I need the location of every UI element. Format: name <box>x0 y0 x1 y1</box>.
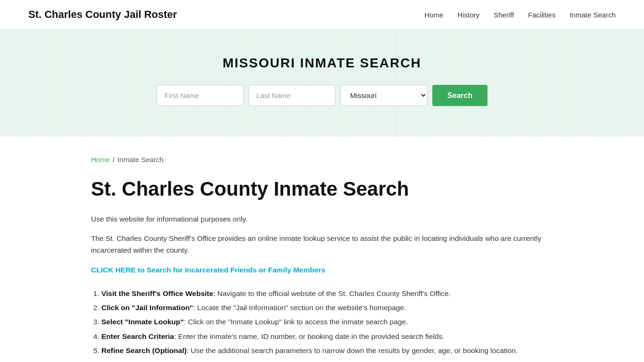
main-nav: HomeHistorySheriffFacilitiesInmate Searc… <box>424 11 616 19</box>
click-here-link[interactable]: CLICK HERE to Search for Incarcerated Fr… <box>91 266 325 274</box>
breadcrumb-separator: / <box>113 156 115 164</box>
step-item-2: Click on "Jail Information": Locate the … <box>101 302 553 314</box>
nav-item-history[interactable]: History <box>457 11 479 19</box>
breadcrumb-current: Inmate Search <box>117 156 164 164</box>
nav-item-sheriff[interactable]: Sheriff <box>494 11 514 19</box>
breadcrumb-home[interactable]: Home <box>91 156 110 164</box>
nav-item-facilities[interactable]: Facilities <box>528 11 555 19</box>
step-item-4: Enter Search Criteria: Enter the inmate'… <box>101 330 553 343</box>
nav-item-home[interactable]: Home <box>424 11 443 19</box>
step-item-1: Visit the Sheriff's Office Website: Navi… <box>101 288 553 300</box>
step-item-5: Refine Search (Optional): Use the additi… <box>101 345 553 357</box>
first-name-input[interactable] <box>157 85 244 106</box>
search-form: MissouriAlabamaAlaskaArizonaArkansasCali… <box>9 85 635 106</box>
search-button[interactable]: Search <box>432 85 487 106</box>
site-header: St. Charles County Jail Roster HomeHisto… <box>0 0 644 30</box>
step-item-3: Select "Inmate Lookup": Click on the "In… <box>101 316 553 328</box>
site-logo[interactable]: St. Charles County Jail Roster <box>28 8 177 21</box>
steps-list: Visit the Sheriff's Office Website: Navi… <box>91 288 553 357</box>
main-content: Home / Inmate Search St. Charles County … <box>63 137 581 362</box>
last-name-input[interactable] <box>248 85 336 106</box>
page-title: St. Charles County Inmate Search <box>91 178 553 200</box>
hero-banner: MISSOURI INMATE SEARCH MissouriAlabamaAl… <box>0 30 644 137</box>
hero-title: MISSOURI INMATE SEARCH <box>9 56 635 71</box>
state-select[interactable]: MissouriAlabamaAlaskaArizonaArkansasCali… <box>340 85 428 106</box>
intro-paragraph-1: Use this website for informational purpo… <box>91 214 553 225</box>
intro-paragraph-2: The St. Charles County Sheriff's Office … <box>91 233 553 256</box>
nav-item-inmate-search[interactable]: Inmate Search <box>570 11 616 19</box>
breadcrumb: Home / Inmate Search <box>91 156 553 164</box>
